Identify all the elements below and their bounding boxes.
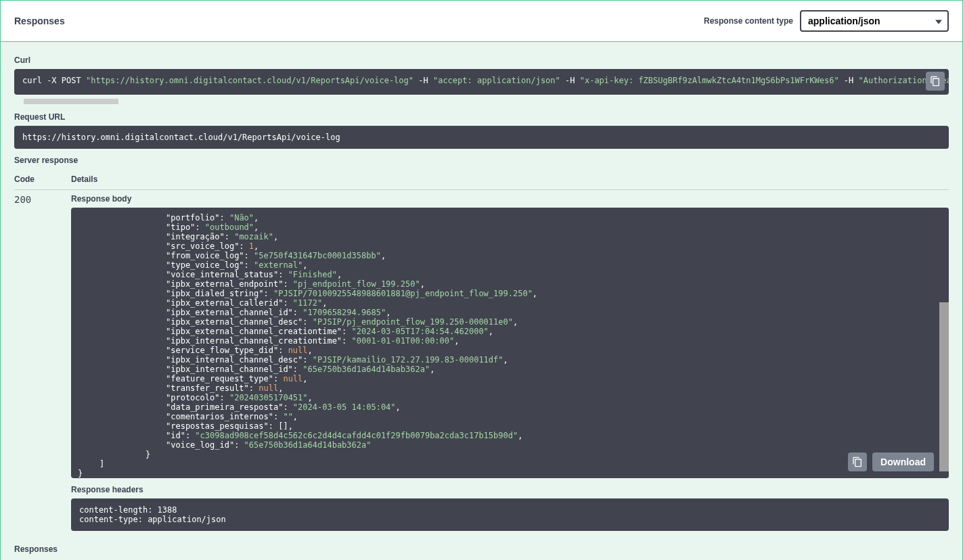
json-line: "transfer_result": null, [78,383,942,393]
response-header-line: content-type: application/json [79,515,941,524]
body-buttons: Download [848,452,934,471]
clipboard-icon [930,76,941,87]
responses-header: Responses Response content type applicat… [1,1,962,42]
json-line: "portfolio": "Não", [78,213,942,223]
body-scrollbar-track[interactable] [939,208,949,478]
request-url-block[interactable]: https://history.omni.digitalcontact.clou… [14,126,949,149]
json-line: "ipbx_internal_channel_desc": "PJSIP/kam… [78,355,942,365]
content-type-select-wrap: application/json [800,10,949,32]
json-line: "ipbx_external_endpoint": "pj_endpoint_f… [78,279,942,289]
json-line: "feature_request_type": null, [78,374,942,383]
response-table-head: Code Details [14,169,949,190]
json-line: "ipbx_external_channel_creationtime": "2… [78,327,942,336]
response-body-content: "portfolio": "Não","tipo": "outbound","i… [78,213,942,478]
col-code-header: Code [14,174,71,184]
response-headers-block[interactable]: content-length: 1388 content-type: appli… [71,498,949,531]
response-body-title: Response body [71,194,949,204]
copy-body-button[interactable] [848,452,867,471]
content-type-label: Response content type [704,16,793,26]
json-line: "ipbx_external_callerid": "1172", [78,298,942,308]
curl-block[interactable]: curl -X POST "https://history.omni.digit… [14,69,949,95]
curl-h2: -H [565,76,575,85]
curl-cmd: curl [22,76,42,85]
content-type-select[interactable]: application/json [800,10,949,32]
json-line: "tipo": "outbound", [78,223,942,232]
json-line: "service_flow_type_did": null, [78,346,942,355]
curl-h3: -H [844,76,853,85]
col-details-header: Details [71,174,97,184]
copy-curl-button[interactable] [926,72,945,91]
json-line: "voice_log_id": "65e750b36d1a64d14bab362… [78,440,942,450]
status-code: 200 [14,194,71,205]
request-url-value: https://history.omni.digitalcontact.clou… [22,133,340,142]
json-line: "respostas_pesquisas": [], [78,421,942,431]
json-line: "data_primeira_resposta": "2024-03-05 14… [78,402,942,412]
json-close: } [78,469,942,478]
json-line: "id": "c3098ad908cef58d4c562c6c2d4d4cafd… [78,431,942,440]
json-line: "voice_internal_status": "Finished", [78,270,942,279]
curl-url: "https://history.omni.digitalcontact.clo… [86,76,413,85]
json-line: "protocolo": "20240305170451", [78,393,942,402]
curl-h1: -H [418,76,428,85]
json-line: "type_voice_log": "external", [78,260,942,270]
json-line: "ipbx_external_channel_desc": "PJSIP/pj_… [78,317,942,327]
curl-scrollbar-track[interactable] [14,99,949,106]
json-line: "ipbx_internal_channel_id": "65e750b36d1… [78,365,942,374]
response-row: 200 Response body "portfolio": "Não","ti… [14,194,949,538]
curl-scrollbar-thumb[interactable] [24,99,118,104]
responses-title: Responses [14,16,65,26]
clipboard-icon [852,457,863,467]
json-line: "from_voice_log": "5e750f431647bc0001d35… [78,251,942,260]
json-line: "comentarios_internos": "", [78,412,942,421]
response-body-block[interactable]: "portfolio": "Não","tipo": "outbound","i… [71,208,949,478]
curl-apikey: "x-api-key: fZBSUgBRf9zAlmwkZtcA4tn1MgS6… [580,76,839,85]
request-url-title: Request URL [14,112,949,122]
download-button[interactable]: Download [872,452,934,471]
json-close: ] [78,459,942,469]
curl-accept: "accept: application/json" [433,76,560,85]
response-header-line: content-length: 1388 [79,505,941,515]
live-response-section: Curl curl -X POST "https://history.omni.… [1,42,962,560]
curl-title: Curl [14,55,949,65]
json-line: "ipbx_internal_channel_creationtime": "0… [78,336,942,346]
server-response-title: Server response [14,156,949,165]
body-scrollbar-thumb[interactable] [939,302,949,471]
details-cell: Response body "portfolio": "Não","tipo":… [71,194,949,538]
json-line: "src_voice_log": 1, [78,241,942,251]
response-headers-title: Response headers [71,485,949,494]
responses-footer-title: Responses [14,542,949,554]
json-line: "integração": "mozaik", [78,232,942,241]
json-line: "ipbx_dialed_string": "PJSIP/70100925548… [78,289,942,298]
json-line: "ipbx_external_channel_id": "1709658294.… [78,308,942,317]
curl-method: -X POST [47,76,81,85]
content-type-group: Response content type application/json [704,10,949,32]
json-close: } [78,450,942,459]
